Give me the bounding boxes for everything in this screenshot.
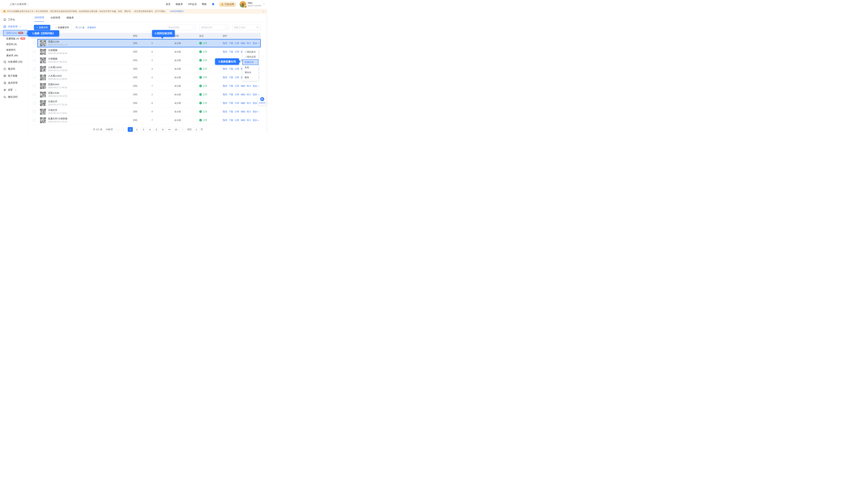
dropdown-item[interactable]: 重命名 [242, 70, 258, 75]
op-more-link[interactable]: 更多 [253, 42, 259, 45]
sidebar-item-static-codes[interactable]: 静态码 (9) [0, 41, 28, 47]
prev-page-button[interactable] [121, 127, 126, 132]
row-checkbox[interactable] [33, 110, 36, 113]
tab-live-code-management[interactable]: 活码管理 [34, 16, 44, 22]
op-link[interactable]: 下载 [229, 76, 233, 79]
op-more-link[interactable]: 更多 [253, 110, 259, 113]
group-select[interactable]: 请选择分组 [199, 25, 229, 30]
batch-create-empty-button[interactable]: + 批量建空码 [53, 25, 72, 30]
op-link[interactable]: 编辑 [241, 85, 245, 88]
page-ellipsis[interactable]: ••• [167, 127, 172, 132]
op-link[interactable]: 统计 [247, 85, 251, 88]
scrollbar[interactable] [266, 14, 268, 133]
nav-link-template-library[interactable]: 模板库 [176, 3, 183, 6]
online-support-widget[interactable]: 在线咨询 [258, 96, 267, 105]
op-link[interactable]: 预览 [223, 102, 227, 105]
page-button[interactable]: 13 [173, 127, 178, 132]
op-link[interactable]: 预览 [223, 110, 227, 113]
page-button[interactable]: 3 [141, 127, 146, 132]
table-row[interactable]: 页面12536 2025-09-22 09:12:03 活码 2 未分组 ✓ 正… [31, 90, 261, 99]
batch-operations-link[interactable]: 批量操作 [87, 26, 96, 29]
op-link[interactable]: 预览 [223, 42, 227, 45]
op-link[interactable]: 下载 [229, 50, 233, 53]
op-more-link[interactable]: 更多 [253, 93, 259, 96]
dropdown-item[interactable]: 批量生码 [242, 59, 258, 65]
search-icon[interactable] [256, 26, 259, 29]
sidebar-item-label-styles[interactable]: 标签样式 [0, 47, 28, 53]
row-checkbox[interactable] [33, 68, 36, 70]
tab-template-library[interactable]: 模板库 [67, 16, 74, 21]
op-link[interactable]: 下载 [229, 119, 233, 122]
sidebar-item-live-codes[interactable]: 活码 (121) new [0, 30, 28, 36]
op-link[interactable]: 下载 [229, 110, 233, 113]
nav-link-help[interactable]: 帮助 [202, 3, 206, 6]
dropdown-item[interactable]: 二维码设置 [242, 54, 258, 59]
name-search-input[interactable] [234, 26, 251, 29]
table-row[interactable]: 批量生码-示例表格 2025-09-19 17:24:19 活码 7 未分组 ✓… [31, 116, 261, 125]
op-more-link[interactable]: 更多 [253, 85, 259, 88]
table-row[interactable]: 八木屋LOGO 2025-09-23 11:59:50 活码 4 未分组 ✓ 正… [31, 73, 261, 82]
op-link[interactable]: 编辑 [241, 93, 245, 96]
table-row[interactable]: 八木屋LOGO 2025-09-23 17:59:59 活码 4 未分组 ✓ 正… [31, 65, 261, 73]
op-link[interactable]: 预览 [223, 119, 227, 122]
op-link[interactable]: 分享 [235, 102, 239, 105]
next-page-button[interactable] [180, 127, 185, 132]
op-link[interactable]: 分享 [235, 67, 239, 70]
op-link[interactable]: 分享 [235, 110, 239, 113]
banner-close-icon[interactable]: × [263, 10, 264, 13]
notification-bell-icon[interactable] [211, 3, 215, 6]
table-row[interactable]: 页面63343 2025-09-22 17:45:55 活码 7 未分组 ✓ 正… [31, 82, 261, 90]
op-link[interactable]: 分享 [235, 76, 239, 79]
op-link[interactable]: 下载 [229, 93, 233, 96]
sidebar-item-ebook-album[interactable]: 电子画册 [0, 72, 28, 79]
op-link[interactable]: 下载 [229, 85, 233, 88]
user-meta[interactable]: Niko 组织ID:1329284 [248, 2, 261, 7]
row-checkbox[interactable] [33, 59, 36, 61]
op-link[interactable]: 统计 [247, 42, 251, 45]
nav-link-home[interactable]: 首页 [166, 3, 171, 6]
op-link[interactable]: 编辑 [241, 42, 245, 45]
dropdown-item[interactable]: 复制 [242, 65, 258, 70]
table-row[interactable]: 示例文件 2025-09-19 17:25:26 活码 8 未分组 ✓ 正常 预… [31, 99, 261, 107]
op-link[interactable]: 预览 [223, 85, 227, 88]
nav-link-vip[interactable]: VIP会员 [188, 3, 197, 6]
op-more-link[interactable]: 更多 [253, 119, 259, 122]
op-link[interactable]: 分享 [235, 93, 239, 96]
op-link[interactable]: 统计 [247, 93, 251, 96]
goto-page-input[interactable] [193, 127, 200, 132]
op-link[interactable]: 统计 [247, 102, 251, 105]
sidebar-item-batch-templates[interactable]: 批量模版 (4) new [0, 36, 28, 41]
table-row[interactable]: 示例文件 2025-09-19 17:24:51 活码 9 未分组 ✓ 正常 预… [31, 107, 261, 116]
row-checkbox[interactable] [33, 42, 36, 44]
row-checkbox[interactable] [33, 51, 36, 53]
page-button[interactable]: 4 [147, 127, 152, 132]
row-checkbox[interactable] [33, 76, 36, 79]
op-link[interactable]: 预览 [223, 76, 227, 79]
op-link[interactable]: 编辑 [241, 110, 245, 113]
row-checkbox[interactable] [33, 102, 36, 104]
op-link[interactable]: 下载 [229, 102, 233, 105]
row-checkbox[interactable] [33, 85, 36, 87]
op-link[interactable]: 预览 [223, 67, 227, 70]
sidebar-item-member-management[interactable]: 成员管理 [0, 79, 28, 86]
op-link[interactable]: 分享 [235, 42, 239, 45]
op-link[interactable]: 下载 [229, 67, 233, 70]
op-link[interactable]: 统计 [247, 110, 251, 113]
sidebar-item-material-library[interactable]: 素材库 (99) [0, 53, 28, 58]
page-button[interactable]: 1 [128, 127, 133, 132]
page-button[interactable]: 6 [160, 127, 165, 132]
op-link[interactable]: 分享 [235, 50, 239, 53]
new-live-code-button[interactable]: + 新建活码 [34, 25, 50, 30]
sidebar-item-workbench[interactable]: 工作台 [0, 16, 28, 23]
table-row[interactable]: 页面21226 2025-09-25 16:12:14 活码 0 未分组 ✓ 正… [31, 39, 261, 48]
op-link[interactable]: 分享 [235, 119, 239, 122]
sidebar-item-content-management[interactable]: 内容管理 [0, 23, 28, 30]
user-avatar[interactable]: VIP [240, 1, 246, 7]
row-checkbox[interactable] [33, 93, 36, 96]
page-size-select[interactable]: 10条/页 [104, 127, 120, 132]
page-button[interactable]: 5 [154, 127, 159, 132]
dropdown-item[interactable]: 二维码美化 [242, 50, 258, 54]
chevron-up-icon[interactable] [263, 3, 265, 5]
op-link[interactable]: 统计 [247, 119, 251, 122]
op-link[interactable]: 编辑 [241, 102, 245, 105]
